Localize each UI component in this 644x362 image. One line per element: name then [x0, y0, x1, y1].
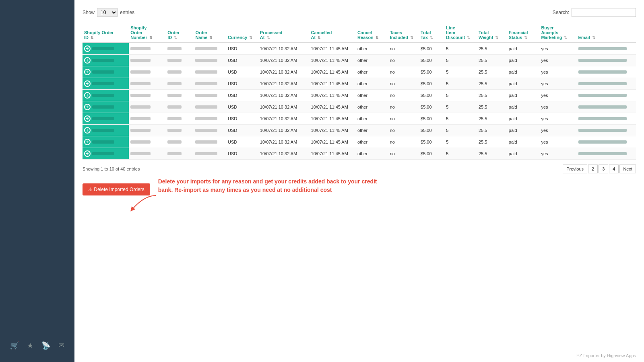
buyer-accepts-marketing-cell: yes — [539, 55, 576, 66]
next-button[interactable]: Next — [619, 165, 636, 173]
email-cell — [577, 101, 636, 113]
currency-cell: USD — [226, 148, 258, 160]
col-header-order-id[interactable]: OrderID ⇅ — [166, 23, 194, 43]
cancelled-at-cell: 10/07/21 11:45 AM — [310, 78, 356, 90]
col-header-order-name[interactable]: OrderName ⇅ — [194, 23, 226, 43]
col-header-line-item-discount[interactable]: LineItemDiscount ⇅ — [444, 23, 477, 43]
order-name-cell — [194, 125, 226, 136]
buyer-accepts-marketing-cell: yes — [539, 78, 576, 90]
col-header-cancelled-at[interactable]: CancelledAt ⇅ — [310, 23, 356, 43]
table-row: +USD10/07/21 10:32 AM10/07/21 11:45 AMot… — [83, 113, 636, 125]
total-tax-cell: $5.00 — [419, 78, 444, 90]
cancel-reason-cell: other — [356, 43, 388, 55]
financial-status-cell: paid — [507, 55, 540, 66]
cancelled-at-cell: 10/07/21 11:45 AM — [310, 101, 356, 113]
col-header-currency[interactable]: Currency ⇅ — [226, 23, 258, 43]
page-4-button[interactable]: 4 — [609, 165, 619, 173]
expand-row-button[interactable]: + — [84, 69, 91, 75]
total-weight-cell: 25.5 — [477, 90, 507, 101]
cancelled-at-cell: 10/07/21 11:45 AM — [310, 43, 356, 55]
rss-icon[interactable]: 📡 — [41, 341, 50, 350]
line-item-discount-cell: 5 — [444, 125, 477, 136]
app-footer-text: EZ Importer by Highview Apps — [576, 353, 636, 358]
financial-status-cell: paid — [507, 101, 540, 113]
taxes-included-cell: no — [388, 113, 419, 125]
financial-status-cell: paid — [507, 148, 540, 160]
cancel-reason-cell: other — [356, 78, 388, 90]
cart-icon[interactable]: 🛒 — [10, 341, 19, 350]
taxes-included-cell: no — [388, 78, 419, 90]
cancelled-at-cell: 10/07/21 11:45 AM — [310, 148, 356, 160]
total-tax-cell: $5.00 — [419, 148, 444, 160]
order-number-cell — [129, 78, 166, 90]
order-number-cell — [129, 113, 166, 125]
order-id-cell — [166, 136, 194, 148]
expand-row-button[interactable]: + — [84, 150, 91, 157]
expand-row-button[interactable]: + — [84, 80, 91, 87]
expand-row-button[interactable]: + — [84, 115, 91, 122]
main-content: Show 10 25 50 100 entries Search: Shopif… — [74, 0, 644, 362]
financial-status-cell: paid — [507, 113, 540, 125]
entries-select[interactable]: 10 25 50 100 — [97, 8, 118, 17]
total-tax-cell: $5.00 — [419, 43, 444, 55]
order-name-cell — [194, 43, 226, 55]
total-weight-cell: 25.5 — [477, 55, 507, 66]
email-cell — [577, 136, 636, 148]
expand-row-button[interactable]: + — [84, 127, 91, 134]
page-3-button[interactable]: 3 — [599, 165, 608, 173]
cancel-reason-cell: other — [356, 66, 388, 78]
col-header-processed-at[interactable]: ProcessedAt ⇅ — [258, 23, 310, 43]
mail-icon[interactable]: ✉ — [58, 341, 64, 350]
taxes-included-cell: no — [388, 101, 419, 113]
expand-row-button[interactable]: + — [84, 45, 91, 52]
processed-at-cell: 10/07/21 10:32 AM — [258, 55, 310, 66]
email-cell — [577, 125, 636, 136]
col-header-shopify-order-id[interactable]: Shopify OrderID ⇅ — [83, 23, 129, 43]
col-header-taxes-included[interactable]: TaxesIncluded ⇅ — [388, 23, 419, 43]
showing-text: Showing 1 to 10 of 40 entries — [83, 167, 140, 171]
page-2-button[interactable]: 2 — [588, 165, 598, 173]
order-id-cell — [166, 43, 194, 55]
processed-at-cell: 10/07/21 10:32 AM — [258, 43, 310, 55]
col-header-email[interactable]: Email ⇅ — [577, 23, 636, 43]
star-icon[interactable]: ★ — [27, 341, 33, 350]
email-cell — [577, 113, 636, 125]
order-name-cell — [194, 113, 226, 125]
expand-row-button[interactable]: + — [84, 57, 91, 64]
table-row: +USD10/07/21 10:32 AM10/07/21 11:45 AMot… — [83, 90, 636, 101]
col-header-total-weight[interactable]: TotalWeight ⇅ — [477, 23, 507, 43]
table-footer: Showing 1 to 10 of 40 entries Previous 2… — [83, 165, 636, 173]
col-header-cancel-reason[interactable]: CancelReason ⇅ — [356, 23, 388, 43]
expand-row-button[interactable]: + — [84, 92, 91, 99]
search-input[interactable] — [572, 8, 636, 17]
cancel-reason-cell: other — [356, 90, 388, 101]
order-id-cell — [166, 55, 194, 66]
financial-status-cell: paid — [507, 43, 540, 55]
col-header-buyer-accepts-marketing[interactable]: BuyerAcceptsMarketing ⇅ — [539, 23, 576, 43]
col-header-total-tax[interactable]: TotalTax ⇅ — [419, 23, 444, 43]
order-number-cell — [129, 55, 166, 66]
show-label: Show — [83, 10, 95, 15]
table-row: +USD10/07/21 10:32 AM10/07/21 11:45 AMot… — [83, 78, 636, 90]
expand-row-button[interactable]: + — [84, 139, 91, 145]
prev-button[interactable]: Previous — [563, 165, 587, 173]
buyer-accepts-marketing-cell: yes — [539, 113, 576, 125]
total-tax-cell: $5.00 — [419, 66, 444, 78]
taxes-included-cell: no — [388, 43, 419, 55]
financial-status-cell: paid — [507, 78, 540, 90]
currency-cell: USD — [226, 90, 258, 101]
total-tax-cell: $5.00 — [419, 90, 444, 101]
col-header-shopify-order-number[interactable]: ShopifyOrderNumber ⇅ — [129, 23, 166, 43]
taxes-included-cell: no — [388, 136, 419, 148]
order-number-cell — [129, 101, 166, 113]
expand-row-button[interactable]: + — [84, 104, 91, 110]
order-name-cell — [194, 101, 226, 113]
table-row: +USD10/07/21 10:32 AM10/07/21 11:45 AMot… — [83, 101, 636, 113]
line-item-discount-cell: 5 — [444, 148, 477, 160]
pagination: Previous 2 3 4 Next — [563, 165, 636, 173]
total-weight-cell: 25.5 — [477, 78, 507, 90]
col-header-financial-status[interactable]: FinancialStatus ⇅ — [507, 23, 540, 43]
table-row: +USD10/07/21 10:32 AM10/07/21 11:45 AMot… — [83, 43, 636, 55]
buyer-accepts-marketing-cell: yes — [539, 101, 576, 113]
total-weight-cell: 25.5 — [477, 43, 507, 55]
